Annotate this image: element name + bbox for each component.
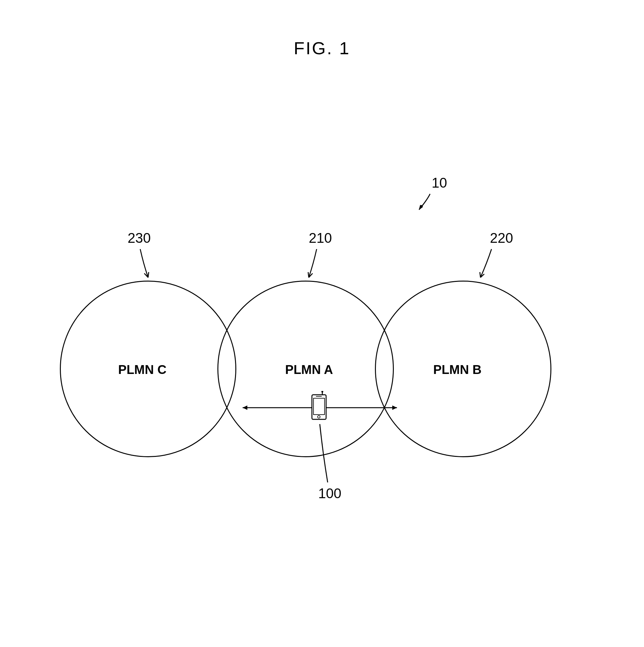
diagram-container: 10 PLMN C PLMN A PLMN B 230 210 220 [0, 189, 644, 568]
pointer-230 [136, 247, 158, 282]
ref-100: 100 [318, 486, 341, 501]
pointer-100 [318, 423, 334, 486]
label-plmn-c: PLMN C [118, 363, 166, 377]
figure-title: FIG. 1 [294, 38, 350, 58]
svg-rect-2 [314, 398, 325, 415]
svg-point-4 [321, 391, 323, 392]
ref-210: 210 [309, 230, 332, 246]
label-plmn-a: PLMN A [285, 363, 333, 377]
phone-icon [310, 391, 328, 421]
pointer-220 [473, 247, 495, 282]
label-plmn-b: PLMN B [433, 363, 481, 377]
ref-220: 220 [490, 230, 513, 246]
pointer-10 [413, 192, 438, 218]
ref-system: 10 [432, 175, 447, 191]
ref-230: 230 [128, 230, 151, 246]
pointer-210 [303, 247, 325, 282]
